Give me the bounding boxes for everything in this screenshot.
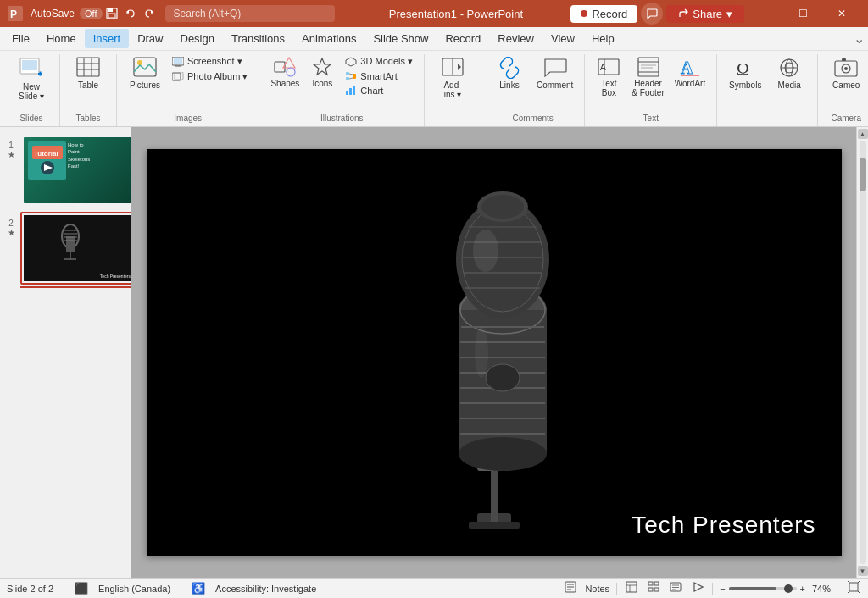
minimize-button[interactable]: — bbox=[744, 0, 783, 27]
maximize-button[interactable]: ☐ bbox=[783, 0, 822, 27]
photo-album-button[interactable]: Photo Album ▾ bbox=[168, 69, 252, 84]
svg-rect-4 bbox=[108, 14, 115, 18]
menu-view[interactable]: View bbox=[542, 29, 583, 48]
zoom-out-icon[interactable]: − bbox=[720, 584, 725, 594]
svg-point-97 bbox=[475, 327, 488, 378]
menu-help[interactable]: Help bbox=[583, 29, 623, 48]
menu-review[interactable]: Review bbox=[489, 29, 542, 48]
main-area: 1 ★ Tutorial How toPaintSkeletonsFast! 2… bbox=[0, 127, 868, 578]
3d-models-button[interactable]: 3D Models ▾ bbox=[341, 54, 417, 69]
normal-view-icon[interactable] bbox=[624, 581, 639, 595]
svg-rect-109 bbox=[648, 588, 653, 591]
pictures-button[interactable]: Pictures bbox=[124, 54, 166, 110]
svg-marker-115 bbox=[694, 583, 703, 591]
media-label: Media bbox=[778, 80, 801, 90]
menu-bar: File Home Insert Draw Design Transitions… bbox=[0, 27, 868, 51]
menu-animations[interactable]: Animations bbox=[293, 29, 364, 48]
slide-sorter-icon[interactable] bbox=[646, 581, 661, 595]
header-footer-button[interactable]: Header& Footer bbox=[627, 54, 668, 100]
reading-view-icon[interactable] bbox=[668, 581, 683, 595]
autosave-toggle[interactable]: Off bbox=[80, 8, 102, 19]
symbols-label: Symbols bbox=[729, 80, 761, 90]
slide-text: Tech Presenters bbox=[632, 512, 815, 539]
scroll-down-button[interactable]: ▼ bbox=[858, 566, 868, 576]
cameo-button[interactable]: Cameo bbox=[825, 54, 867, 92]
redo-icon[interactable] bbox=[140, 4, 159, 23]
share-button[interactable]: Share ▾ bbox=[666, 5, 744, 23]
comment-icon[interactable] bbox=[641, 3, 663, 25]
menu-draw[interactable]: Draw bbox=[129, 29, 171, 48]
presenter-view-icon[interactable] bbox=[690, 581, 705, 595]
svg-rect-35 bbox=[353, 86, 355, 95]
zoom-level[interactable]: 74% bbox=[812, 584, 839, 594]
menu-record[interactable]: Record bbox=[437, 29, 489, 48]
ribbon: NewSlide ▾ Slides Table Tables Pictures … bbox=[0, 51, 868, 127]
menu-file[interactable]: File bbox=[3, 29, 38, 48]
slide-1-container: 1 ★ Tutorial How toPaintSkeletonsFast! bbox=[5, 134, 125, 207]
svg-point-95 bbox=[486, 364, 520, 391]
menu-transitions[interactable]: Transitions bbox=[223, 29, 293, 48]
svg-rect-16 bbox=[134, 58, 156, 76]
slide-2-thumbnail[interactable]: Tech Presenters bbox=[20, 212, 131, 285]
3d-models-label: 3D Models ▾ bbox=[360, 56, 413, 67]
comment-button[interactable]: Comment bbox=[532, 54, 577, 92]
svg-rect-8 bbox=[22, 60, 37, 70]
ribbon-collapse-button[interactable]: ⌄ bbox=[854, 30, 865, 47]
scroll-track[interactable] bbox=[860, 141, 866, 564]
new-slide-button[interactable]: NewSlide ▾ bbox=[10, 54, 53, 103]
chart-button[interactable]: Chart bbox=[341, 84, 417, 97]
record-button[interactable]: Record bbox=[570, 5, 637, 23]
text-group-label: Text bbox=[643, 114, 659, 126]
svg-rect-41 bbox=[638, 58, 659, 76]
undo-icon[interactable] bbox=[121, 4, 140, 23]
menu-slideshow[interactable]: Slide Show bbox=[364, 29, 437, 48]
svg-rect-19 bbox=[174, 58, 182, 64]
svg-point-25 bbox=[287, 68, 295, 76]
ribbon-group-images: Pictures Screenshot ▾ Photo Album ▾ Imag… bbox=[117, 54, 259, 126]
media-button[interactable]: Media bbox=[768, 54, 810, 92]
autosave-label: AutoSave bbox=[31, 8, 75, 19]
images-group-label: Images bbox=[174, 114, 202, 126]
notes-label[interactable]: Notes bbox=[585, 584, 609, 594]
icons-button[interactable]: Icons bbox=[305, 54, 339, 91]
scroll-up-button[interactable]: ▲ bbox=[858, 129, 868, 139]
menu-home[interactable]: Home bbox=[38, 29, 85, 48]
camera-group-label: Camera bbox=[831, 114, 861, 126]
symbols-button[interactable]: Ω Symbols bbox=[724, 54, 766, 92]
autosave-control[interactable]: AutoSave Off bbox=[31, 8, 103, 19]
wordart-button[interactable]: A WordArt bbox=[670, 54, 710, 91]
menu-design[interactable]: Design bbox=[172, 29, 223, 48]
fit-slide-icon[interactable] bbox=[846, 581, 861, 595]
links-button[interactable]: Links bbox=[488, 54, 531, 92]
textbox-button[interactable]: A TextBox bbox=[592, 54, 626, 100]
table-button[interactable]: Table bbox=[67, 54, 109, 92]
zoom-control[interactable]: − + bbox=[720, 584, 805, 594]
screenshot-button[interactable]: Screenshot ▾ bbox=[168, 54, 252, 69]
save-icon[interactable] bbox=[103, 4, 121, 23]
svg-rect-34 bbox=[349, 88, 352, 95]
notes-button[interactable] bbox=[563, 581, 578, 595]
vertical-scrollbar[interactable]: ▲ ▼ bbox=[856, 127, 868, 578]
search-input[interactable] bbox=[165, 5, 335, 22]
zoom-fill bbox=[729, 587, 776, 590]
menu-insert[interactable]: Insert bbox=[85, 29, 130, 48]
accessibility-icon: ♿ bbox=[192, 582, 205, 595]
slide-1-thumbnail[interactable]: Tutorial How toPaintSkeletonsFast! bbox=[20, 134, 131, 207]
canvas-area[interactable]: Tech Presenters bbox=[131, 127, 856, 578]
close-button[interactable]: ✕ bbox=[822, 0, 861, 27]
zoom-track[interactable] bbox=[729, 587, 797, 590]
svg-rect-60 bbox=[24, 215, 131, 281]
svg-marker-27 bbox=[346, 58, 356, 66]
svg-point-77 bbox=[459, 437, 547, 471]
accessibility-label: Accessibility: Investigate bbox=[215, 584, 316, 594]
shapes-button[interactable]: Shapes bbox=[266, 54, 303, 91]
zoom-handle[interactable] bbox=[784, 584, 793, 593]
addins-button[interactable]: Add-ins ▾ bbox=[431, 54, 474, 102]
smartart-button[interactable]: SmartArt bbox=[341, 69, 417, 83]
slide-2-container: 2 ★ bbox=[5, 212, 125, 285]
slide-notes-icon: ⬛ bbox=[75, 582, 88, 595]
scroll-thumb[interactable] bbox=[860, 158, 866, 191]
zoom-in-icon[interactable]: + bbox=[800, 584, 805, 594]
svg-rect-111 bbox=[670, 583, 681, 591]
svg-rect-107 bbox=[648, 582, 653, 585]
